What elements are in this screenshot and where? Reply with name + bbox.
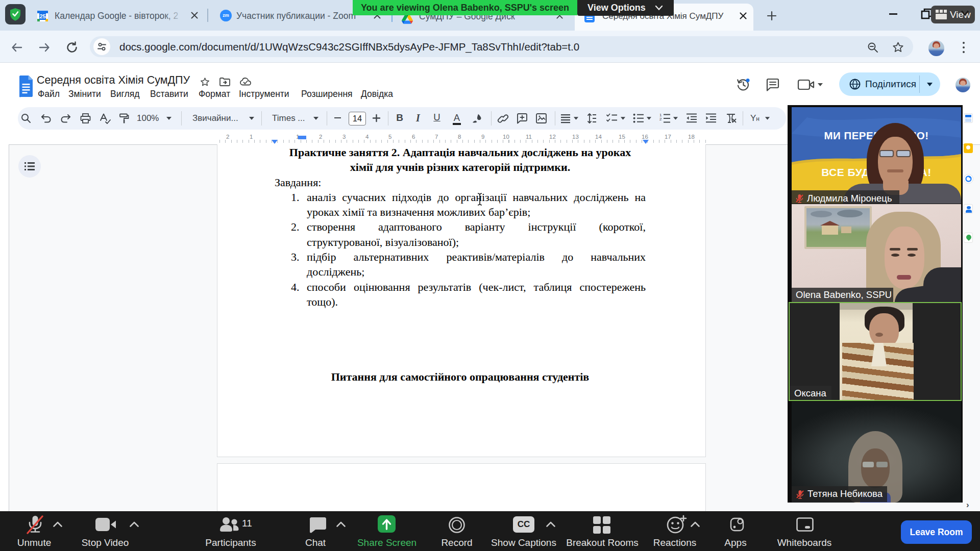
- svg-text:2: 2: [659, 117, 662, 121]
